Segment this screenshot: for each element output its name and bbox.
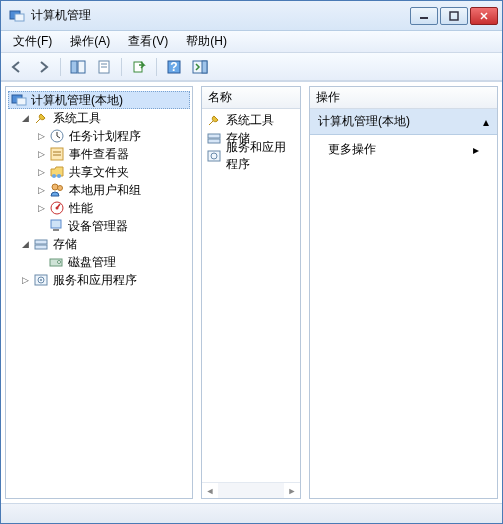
content-area: 计算机管理(本地) ◢ 系统工具 ▷ 任务计划程序 ▷ 事件查看器 [1,81,502,503]
tree-task-scheduler[interactable]: ▷ 任务计划程序 [8,127,190,145]
services-icon [206,148,222,164]
scroll-left-icon[interactable]: ◄ [202,483,218,499]
tree-label: 事件查看器 [69,146,129,163]
performance-icon [49,200,65,216]
close-button[interactable] [470,7,498,25]
svg-point-25 [58,186,63,191]
disk-icon [48,254,64,270]
device-icon [48,218,64,234]
tree-event-viewer[interactable]: ▷ 事件查看器 [8,145,190,163]
tree-device-manager[interactable]: 设备管理器 [8,217,190,235]
actions-pane: 操作 计算机管理(本地) ▴ 更多操作 ▸ [309,86,498,499]
svg-rect-38 [208,139,220,143]
storage-icon [206,130,222,146]
help-button[interactable]: ? [162,56,186,78]
minimize-button[interactable] [410,7,438,25]
tree-storage[interactable]: ◢ 存储 [8,235,190,253]
expander-open-icon[interactable]: ◢ [20,113,31,124]
list-item-label: 服务和应用程序 [226,139,296,173]
tree-pane: 计算机管理(本地) ◢ 系统工具 ▷ 任务计划程序 ▷ 事件查看器 [5,86,193,499]
tree-shared-folders[interactable]: ▷ 共享文件夹 [8,163,190,181]
scroll-track[interactable] [218,483,284,498]
maximize-button[interactable] [440,7,468,25]
list-item-system-tools[interactable]: 系统工具 [204,111,298,129]
menu-view[interactable]: 查看(V) [120,31,176,52]
action-more[interactable]: 更多操作 ▸ [310,135,497,164]
list-item-label: 系统工具 [226,112,274,129]
list: 系统工具 存储 服务和应用程序 [202,109,300,482]
users-icon [49,182,65,198]
tree-label: 系统工具 [53,110,101,127]
menu-action[interactable]: 操作(A) [62,31,118,52]
list-header-name[interactable]: 名称 [202,87,300,109]
svg-rect-15 [202,61,207,73]
tree-label: 共享文件夹 [69,164,129,181]
toolbar: ? [1,53,502,81]
svg-rect-28 [51,220,61,228]
svg-rect-3 [450,12,458,20]
expander-closed-icon[interactable]: ▷ [36,167,47,178]
actions-header: 操作 [310,87,497,109]
svg-rect-37 [208,134,220,138]
svg-rect-19 [51,148,63,160]
tree-label: 存储 [53,236,77,253]
clock-icon [49,128,65,144]
tree-root[interactable]: 计算机管理(本地) [8,91,190,109]
menubar: 文件(F) 操作(A) 查看(V) 帮助(H) [1,31,502,53]
back-button[interactable] [5,56,29,78]
tree-root-label: 计算机管理(本地) [31,92,123,109]
tree-local-users[interactable]: ▷ 本地用户和组 [8,181,190,199]
list-pane: 名称 系统工具 存储 服务和应用程序 ◄ ► [201,86,301,499]
svg-rect-11 [134,62,142,72]
svg-point-27 [56,207,59,210]
expander-closed-icon[interactable]: ▷ [36,203,47,214]
tree-label: 性能 [69,200,93,217]
tree-performance[interactable]: ▷ 性能 [8,199,190,217]
window: 计算机管理 文件(F) 操作(A) 查看(V) 帮助(H) ? [0,0,503,524]
tree-label: 本地用户和组 [69,182,141,199]
svg-rect-29 [53,229,59,231]
computer-mgmt-icon [11,92,27,108]
svg-rect-17 [17,98,26,105]
event-icon [49,146,65,162]
hscroll[interactable]: ◄ ► [202,482,300,498]
forward-button[interactable] [31,56,55,78]
tree: 计算机管理(本地) ◢ 系统工具 ▷ 任务计划程序 ▷ 事件查看器 [6,87,192,498]
export-button[interactable] [127,56,151,78]
window-buttons [410,7,498,25]
toolbar-sep [60,58,61,76]
svg-rect-6 [71,61,77,73]
statusbar [1,503,502,523]
show-action-pane-button[interactable] [188,56,212,78]
menu-help[interactable]: 帮助(H) [178,31,235,52]
tree-system-tools[interactable]: ◢ 系统工具 [8,109,190,127]
svg-rect-30 [35,240,47,244]
tools-icon [33,110,49,126]
expander-closed-icon[interactable]: ▷ [20,275,31,286]
list-item-services-apps[interactable]: 服务和应用程序 [204,147,298,165]
collapse-icon[interactable]: ▴ [483,115,489,129]
titlebar: 计算机管理 [1,1,502,31]
svg-point-23 [57,174,61,178]
actions-section-label: 计算机管理(本地) [318,113,410,130]
svg-rect-1 [15,14,24,21]
svg-point-33 [58,261,61,264]
actions-section-header[interactable]: 计算机管理(本地) ▴ [310,109,497,135]
tree-label: 设备管理器 [68,218,128,235]
expander-closed-icon[interactable]: ▷ [36,131,47,142]
expander-closed-icon[interactable]: ▷ [36,149,47,160]
expander-open-icon[interactable]: ◢ [20,239,31,250]
scroll-right-icon[interactable]: ► [284,483,300,499]
show-hide-tree-button[interactable] [66,56,90,78]
window-title: 计算机管理 [31,7,410,24]
tree-services-apps[interactable]: ▷ 服务和应用程序 [8,271,190,289]
menu-file[interactable]: 文件(F) [5,31,60,52]
toolbar-sep [156,58,157,76]
chevron-right-icon: ▸ [473,143,479,157]
expander-closed-icon[interactable]: ▷ [36,185,47,196]
svg-point-22 [52,174,56,178]
svg-rect-31 [35,245,47,249]
properties-button[interactable] [92,56,116,78]
tree-disk-mgmt[interactable]: 磁盘管理 [8,253,190,271]
svg-text:?: ? [170,60,177,74]
